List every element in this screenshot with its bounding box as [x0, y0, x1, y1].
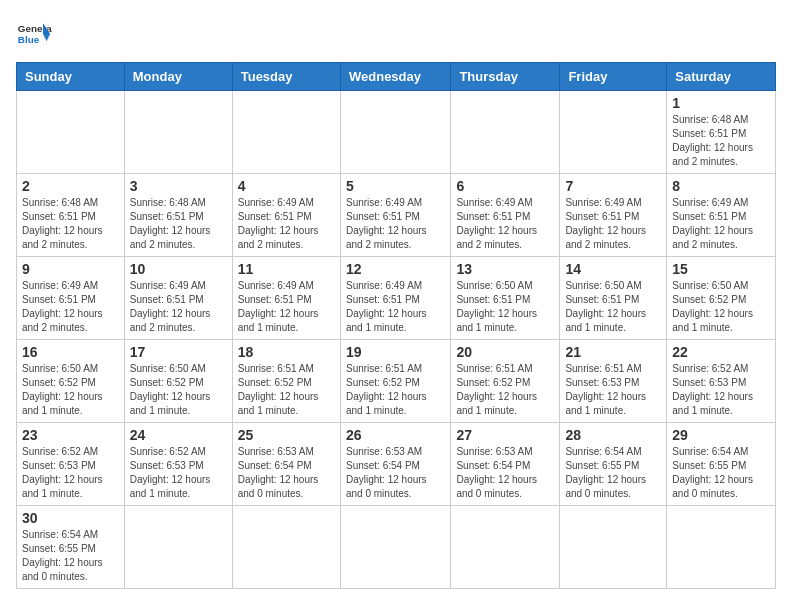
day-number: 14 [565, 261, 661, 277]
col-header-wednesday: Wednesday [340, 63, 450, 91]
calendar-cell: 2Sunrise: 6:48 AMSunset: 6:51 PMDaylight… [17, 174, 125, 257]
day-number: 24 [130, 427, 227, 443]
day-info: Sunrise: 6:54 AMSunset: 6:55 PMDaylight:… [672, 445, 770, 501]
day-info: Sunrise: 6:54 AMSunset: 6:55 PMDaylight:… [22, 528, 119, 584]
day-info: Sunrise: 6:51 AMSunset: 6:53 PMDaylight:… [565, 362, 661, 418]
day-info: Sunrise: 6:51 AMSunset: 6:52 PMDaylight:… [238, 362, 335, 418]
day-info: Sunrise: 6:49 AMSunset: 6:51 PMDaylight:… [346, 279, 445, 335]
day-info: Sunrise: 6:49 AMSunset: 6:51 PMDaylight:… [456, 196, 554, 252]
day-info: Sunrise: 6:49 AMSunset: 6:51 PMDaylight:… [672, 196, 770, 252]
calendar-cell [124, 91, 232, 174]
day-number: 22 [672, 344, 770, 360]
day-number: 28 [565, 427, 661, 443]
calendar-cell: 22Sunrise: 6:52 AMSunset: 6:53 PMDayligh… [667, 340, 776, 423]
calendar-cell: 30Sunrise: 6:54 AMSunset: 6:55 PMDayligh… [17, 506, 125, 589]
calendar-cell: 21Sunrise: 6:51 AMSunset: 6:53 PMDayligh… [560, 340, 667, 423]
calendar-cell: 20Sunrise: 6:51 AMSunset: 6:52 PMDayligh… [451, 340, 560, 423]
calendar-week-row: 1Sunrise: 6:48 AMSunset: 6:51 PMDaylight… [17, 91, 776, 174]
day-info: Sunrise: 6:52 AMSunset: 6:53 PMDaylight:… [22, 445, 119, 501]
calendar-cell: 15Sunrise: 6:50 AMSunset: 6:52 PMDayligh… [667, 257, 776, 340]
day-number: 18 [238, 344, 335, 360]
day-info: Sunrise: 6:49 AMSunset: 6:51 PMDaylight:… [565, 196, 661, 252]
col-header-friday: Friday [560, 63, 667, 91]
day-number: 3 [130, 178, 227, 194]
day-info: Sunrise: 6:50 AMSunset: 6:52 PMDaylight:… [672, 279, 770, 335]
calendar-table: SundayMondayTuesdayWednesdayThursdayFrid… [16, 62, 776, 589]
calendar-cell [560, 506, 667, 589]
day-number: 26 [346, 427, 445, 443]
day-info: Sunrise: 6:49 AMSunset: 6:51 PMDaylight:… [130, 279, 227, 335]
col-header-thursday: Thursday [451, 63, 560, 91]
day-info: Sunrise: 6:49 AMSunset: 6:51 PMDaylight:… [238, 196, 335, 252]
calendar-cell: 4Sunrise: 6:49 AMSunset: 6:51 PMDaylight… [232, 174, 340, 257]
day-number: 11 [238, 261, 335, 277]
day-number: 29 [672, 427, 770, 443]
col-header-saturday: Saturday [667, 63, 776, 91]
calendar-cell: 10Sunrise: 6:49 AMSunset: 6:51 PMDayligh… [124, 257, 232, 340]
day-number: 19 [346, 344, 445, 360]
day-number: 12 [346, 261, 445, 277]
day-number: 16 [22, 344, 119, 360]
day-info: Sunrise: 6:49 AMSunset: 6:51 PMDaylight:… [238, 279, 335, 335]
calendar-cell: 6Sunrise: 6:49 AMSunset: 6:51 PMDaylight… [451, 174, 560, 257]
col-header-sunday: Sunday [17, 63, 125, 91]
day-number: 21 [565, 344, 661, 360]
calendar-week-row: 16Sunrise: 6:50 AMSunset: 6:52 PMDayligh… [17, 340, 776, 423]
calendar-cell: 29Sunrise: 6:54 AMSunset: 6:55 PMDayligh… [667, 423, 776, 506]
day-number: 23 [22, 427, 119, 443]
day-info: Sunrise: 6:50 AMSunset: 6:52 PMDaylight:… [130, 362, 227, 418]
day-number: 30 [22, 510, 119, 526]
day-number: 8 [672, 178, 770, 194]
calendar-cell [232, 506, 340, 589]
day-info: Sunrise: 6:51 AMSunset: 6:52 PMDaylight:… [346, 362, 445, 418]
calendar-cell: 8Sunrise: 6:49 AMSunset: 6:51 PMDaylight… [667, 174, 776, 257]
page-header: General Blue [16, 16, 776, 52]
calendar-cell: 23Sunrise: 6:52 AMSunset: 6:53 PMDayligh… [17, 423, 125, 506]
calendar-cell [340, 91, 450, 174]
day-info: Sunrise: 6:50 AMSunset: 6:52 PMDaylight:… [22, 362, 119, 418]
svg-marker-3 [43, 34, 50, 41]
calendar-cell: 16Sunrise: 6:50 AMSunset: 6:52 PMDayligh… [17, 340, 125, 423]
calendar-cell: 27Sunrise: 6:53 AMSunset: 6:54 PMDayligh… [451, 423, 560, 506]
calendar-week-row: 23Sunrise: 6:52 AMSunset: 6:53 PMDayligh… [17, 423, 776, 506]
day-number: 9 [22, 261, 119, 277]
day-number: 27 [456, 427, 554, 443]
day-info: Sunrise: 6:53 AMSunset: 6:54 PMDaylight:… [456, 445, 554, 501]
day-info: Sunrise: 6:52 AMSunset: 6:53 PMDaylight:… [130, 445, 227, 501]
calendar-cell: 5Sunrise: 6:49 AMSunset: 6:51 PMDaylight… [340, 174, 450, 257]
day-info: Sunrise: 6:50 AMSunset: 6:51 PMDaylight:… [456, 279, 554, 335]
calendar-cell: 1Sunrise: 6:48 AMSunset: 6:51 PMDaylight… [667, 91, 776, 174]
day-info: Sunrise: 6:50 AMSunset: 6:51 PMDaylight:… [565, 279, 661, 335]
day-info: Sunrise: 6:48 AMSunset: 6:51 PMDaylight:… [22, 196, 119, 252]
calendar-cell [17, 91, 125, 174]
day-info: Sunrise: 6:53 AMSunset: 6:54 PMDaylight:… [238, 445, 335, 501]
calendar-cell: 28Sunrise: 6:54 AMSunset: 6:55 PMDayligh… [560, 423, 667, 506]
calendar-cell: 7Sunrise: 6:49 AMSunset: 6:51 PMDaylight… [560, 174, 667, 257]
calendar-cell: 9Sunrise: 6:49 AMSunset: 6:51 PMDaylight… [17, 257, 125, 340]
calendar-week-row: 30Sunrise: 6:54 AMSunset: 6:55 PMDayligh… [17, 506, 776, 589]
logo-icon: General Blue [16, 16, 52, 52]
col-header-monday: Monday [124, 63, 232, 91]
calendar-cell: 14Sunrise: 6:50 AMSunset: 6:51 PMDayligh… [560, 257, 667, 340]
col-header-tuesday: Tuesday [232, 63, 340, 91]
day-info: Sunrise: 6:54 AMSunset: 6:55 PMDaylight:… [565, 445, 661, 501]
calendar-week-row: 9Sunrise: 6:49 AMSunset: 6:51 PMDaylight… [17, 257, 776, 340]
calendar-cell [124, 506, 232, 589]
logo: General Blue [16, 16, 52, 52]
calendar-cell: 11Sunrise: 6:49 AMSunset: 6:51 PMDayligh… [232, 257, 340, 340]
day-number: 1 [672, 95, 770, 111]
day-number: 7 [565, 178, 661, 194]
day-number: 13 [456, 261, 554, 277]
day-info: Sunrise: 6:48 AMSunset: 6:51 PMDaylight:… [672, 113, 770, 169]
calendar-cell [560, 91, 667, 174]
calendar-cell [451, 91, 560, 174]
day-number: 10 [130, 261, 227, 277]
day-number: 4 [238, 178, 335, 194]
day-number: 20 [456, 344, 554, 360]
day-number: 5 [346, 178, 445, 194]
calendar-cell [232, 91, 340, 174]
calendar-header-row: SundayMondayTuesdayWednesdayThursdayFrid… [17, 63, 776, 91]
day-info: Sunrise: 6:48 AMSunset: 6:51 PMDaylight:… [130, 196, 227, 252]
svg-text:Blue: Blue [18, 34, 40, 45]
calendar-cell [340, 506, 450, 589]
